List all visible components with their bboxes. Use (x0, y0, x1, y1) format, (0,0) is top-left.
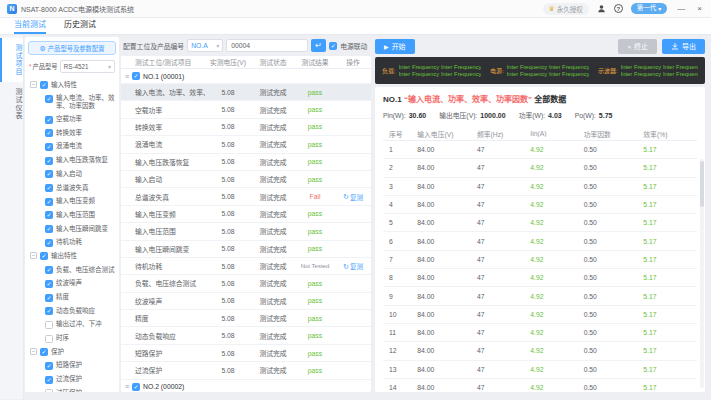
tree-item[interactable]: ✓待机功耗 (28, 236, 116, 250)
tree-item-checkbox[interactable]: ✓ (45, 184, 53, 192)
version-dropdown[interactable]: 第一代 ▾ (631, 3, 668, 14)
result-row[interactable]: 784.00474.920.505.17 (383, 251, 697, 269)
result-row[interactable]: 184.00474.920.505.17 (383, 141, 697, 159)
tree-item[interactable]: ✓纹波噪声 (28, 277, 116, 291)
test-item-row[interactable]: 待机功耗5.08测试完成Not Tested↻复测 (121, 258, 371, 275)
export-button[interactable]: 导出 (662, 39, 705, 54)
product-no-input[interactable] (226, 39, 308, 52)
tree-group-checkbox[interactable]: ✓ (40, 252, 48, 260)
tree-item[interactable]: ✓输入启动 (28, 167, 116, 181)
result-row[interactable]: 884.00474.920.505.17 (383, 269, 697, 287)
test-item-row[interactable]: 输入电压瞬间跳变5.08测试完成pass (121, 241, 371, 258)
result-row[interactable]: 284.00474.920.505.17 (383, 159, 697, 177)
tree-item[interactable]: ✓输入电压变频 (28, 195, 116, 209)
result-row[interactable]: 484.00474.920.505.17 (383, 196, 697, 214)
test-item-row[interactable]: 输入电压变频5.08测试完成pass (121, 206, 371, 223)
tree-item-checkbox[interactable]: ✓ (45, 157, 53, 165)
result-row[interactable]: 684.00474.920.505.17 (383, 232, 697, 250)
test-item-row[interactable]: 过流保护5.08测试完成pass (121, 362, 371, 379)
station-checkbox[interactable]: ✓ (132, 383, 140, 391)
tree-item[interactable]: ✓过流保护 (28, 373, 116, 387)
test-item-row[interactable]: 输入启动5.08测试完成pass (121, 171, 371, 188)
tree-item-checkbox[interactable]: ✓ (45, 211, 53, 219)
tree-item-checkbox[interactable] (45, 335, 53, 343)
retest-button[interactable]: ↻复测 (343, 192, 363, 202)
tree-item-checkbox[interactable]: ✓ (45, 362, 53, 370)
result-row[interactable]: 584.00474.920.505.17 (383, 214, 697, 232)
enter-button[interactable]: ↵ (311, 39, 326, 52)
user-icon[interactable] (597, 4, 606, 13)
tree-item-checkbox[interactable] (45, 389, 53, 392)
tree-group[interactable]: −✓输入特性 (28, 78, 116, 92)
tree-item[interactable]: ✓空载功率 (28, 112, 116, 126)
collapse-icon[interactable]: − (30, 252, 37, 259)
minimize-button[interactable]: — (675, 5, 687, 13)
test-item-row[interactable]: 浪涌电流5.08测试完成pass (121, 136, 371, 153)
tree-item-checkbox[interactable]: ✓ (45, 294, 53, 302)
result-row[interactable]: 1084.00474.920.505.17 (383, 306, 697, 324)
tree-item[interactable]: ✓输入电流、功率、效率、功率因数 (28, 92, 116, 113)
tree-item-checkbox[interactable]: ✓ (45, 198, 53, 206)
tree-item-checkbox[interactable]: ✓ (45, 225, 53, 233)
tree-item[interactable]: 输出过冲、下冲 (28, 318, 116, 332)
test-item-row[interactable]: 输入电流、功率、效率、功率因数5.08测试完成pass (121, 84, 371, 101)
tree-item-checkbox[interactable]: ✓ (45, 307, 53, 315)
tree-item-checkbox[interactable]: ✓ (45, 95, 53, 103)
result-row[interactable]: 384.00474.920.505.17 (383, 178, 697, 196)
tree-group-checkbox[interactable]: ✓ (40, 348, 48, 356)
result-row[interactable]: 1384.00474.920.505.17 (383, 361, 697, 379)
tree-item[interactable]: ✓短路保护 (28, 359, 116, 373)
tree-item[interactable]: ✓输入电压瞬间跳变 (28, 222, 116, 236)
tab-history-test[interactable]: 历史测试 (64, 18, 96, 34)
test-item-row[interactable]: 空载功率5.08测试完成pass (121, 101, 371, 118)
license-badge[interactable]: ♛ 永久授权 (543, 3, 589, 15)
collapse-icon[interactable]: − (30, 81, 37, 88)
test-item-row[interactable]: 负载、电压综合测试5.08测试完成pass (121, 275, 371, 292)
tree-group-checkbox[interactable]: ✓ (40, 81, 48, 89)
tree-item[interactable]: ✓精度 (28, 290, 116, 304)
tree-item[interactable]: ✓输入电压范围 (28, 208, 116, 222)
tree-group[interactable]: −✓输出特性 (28, 249, 116, 263)
tree-item-checkbox[interactable]: ✓ (45, 239, 53, 247)
test-item-row[interactable]: 输入电压范围5.08测试完成pass (121, 223, 371, 240)
tree-item-checkbox[interactable]: ✓ (45, 143, 53, 151)
tree-item-checkbox[interactable] (45, 321, 53, 329)
retest-button[interactable]: ↻复测 (343, 261, 363, 271)
test-item-row[interactable]: 短路保护5.08测试完成pass (121, 345, 371, 362)
drag-handle-icon[interactable]: ≡ (125, 73, 129, 80)
rail-tab-test-items[interactable]: 测试项目 (0, 38, 23, 82)
result-row[interactable]: 1484.00474.920.505.17 (383, 379, 697, 392)
result-row[interactable]: 984.00474.920.505.17 (383, 287, 697, 305)
test-item-row[interactable]: 精度5.08测试完成pass (121, 310, 371, 327)
collapse-icon[interactable]: − (30, 348, 37, 355)
station-group-row[interactable]: ≡✓NO.2 (00002) (121, 380, 371, 392)
tree-item[interactable]: ✓输入电压跌落恢复 (28, 154, 116, 168)
tree-item-checkbox[interactable]: ✓ (45, 116, 53, 124)
scrollbar[interactable] (700, 159, 704, 388)
test-item-row[interactable]: 纹波噪声5.08测试完成pass (121, 293, 371, 310)
tree-item-checkbox[interactable]: ✓ (45, 280, 53, 288)
linkage-checkbox[interactable]: ✓ (329, 42, 337, 50)
station-select[interactable]: NO.A ▾ (187, 39, 223, 52)
tree-item-checkbox[interactable]: ✓ (45, 170, 53, 178)
tab-current-test[interactable]: 当前测试 (14, 18, 46, 34)
test-item-row[interactable]: 总谐波失真5.08测试完成Fail↻复测 (121, 188, 371, 205)
tree-item[interactable]: ✓转换效率 (28, 126, 116, 140)
station-group-row[interactable]: ≡✓NO.1 (00001) (121, 69, 371, 84)
product-config-button[interactable]: ⚙ 产品型号及参数配置 (28, 41, 116, 55)
result-row[interactable]: 1284.00474.920.505.17 (383, 342, 697, 360)
tree-item[interactable]: ✓浪涌电流 (28, 140, 116, 154)
station-checkbox[interactable]: ✓ (132, 72, 140, 80)
tree-item[interactable]: ✓负载、电压综合测试 (28, 263, 116, 277)
tree-item-checkbox[interactable]: ✓ (45, 129, 53, 137)
tree-item[interactable]: ✓总谐波失真 (28, 181, 116, 195)
help-icon[interactable]: ? (614, 4, 623, 13)
tree-item[interactable]: 时序 (28, 331, 116, 345)
test-item-row[interactable]: 输入电压跌落恢复5.08测试完成pass (121, 154, 371, 171)
test-item-row[interactable]: 转换效率5.08测试完成pass (121, 119, 371, 136)
test-item-row[interactable]: 动态负载响应5.08测试完成pass (121, 327, 371, 344)
tree-item-checkbox[interactable]: ✓ (45, 376, 53, 384)
product-model-select[interactable]: RS-4521 ▾ (60, 60, 115, 73)
start-button[interactable]: ▶ 开始 (375, 39, 415, 54)
drag-handle-icon[interactable]: ≡ (125, 383, 129, 390)
